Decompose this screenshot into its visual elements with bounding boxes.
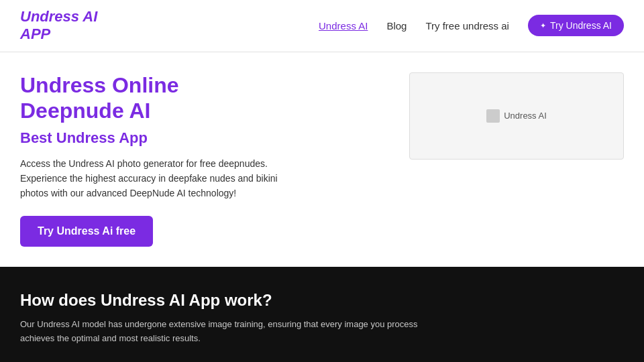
logo: Undress AI APP xyxy=(20,8,97,44)
logo-line1: Undress AI xyxy=(20,8,97,25)
hero-image-label: Undress AI xyxy=(504,111,547,121)
hero-cta-button[interactable]: Try Undress Ai free xyxy=(20,216,153,247)
nav-cta-button[interactable]: Try Undress AI xyxy=(528,15,624,36)
hero-section: Undress OnlineDeepnude AI Best Undress A… xyxy=(0,52,644,267)
hero-description: Access the Undress AI photo generator fo… xyxy=(20,156,302,201)
header: Undress AI APP Undress AI Blog Try free … xyxy=(0,0,644,52)
logo-line2: APP xyxy=(20,25,50,42)
nav-link-try-free[interactable]: Try free undress ai xyxy=(425,20,509,32)
nav-link-undress[interactable]: Undress AI xyxy=(319,20,368,32)
nav-link-blog[interactable]: Blog xyxy=(386,20,407,32)
hero-image: Undress AI xyxy=(409,72,624,160)
how-section: How does Undress AI App work? Our Undres… xyxy=(0,267,644,362)
hero-left: Undress OnlineDeepnude AI Best Undress A… xyxy=(20,72,396,247)
hero-subtitle: Best Undress App xyxy=(20,129,396,147)
nav: Undress AI Blog Try free undress ai Try … xyxy=(319,15,624,36)
how-title: How does Undress AI App work? xyxy=(20,291,624,310)
image-placeholder-icon xyxy=(486,109,500,123)
how-description: Our Undress AI model has undergone exten… xyxy=(20,318,423,346)
hero-title: Undress OnlineDeepnude AI xyxy=(20,72,396,124)
